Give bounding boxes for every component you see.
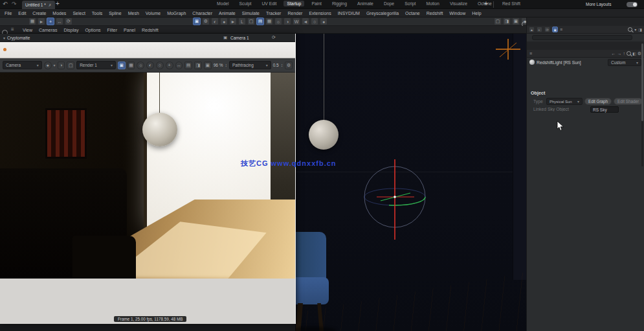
menu-spline[interactable]: Spline <box>105 11 124 16</box>
edit-shader-button[interactable]: Edit Shader <box>614 98 643 105</box>
menu-render[interactable]: Render <box>284 11 305 16</box>
circle-icon[interactable]: ○ <box>156 62 164 69</box>
plane-icon[interactable]: ▢ <box>247 17 255 25</box>
burger-icon[interactable]: ≡ <box>11 27 14 32</box>
close-tab-icon[interactable]: ✗ <box>49 3 52 7</box>
menu-help[interactable]: Help <box>469 11 484 16</box>
menu-volume[interactable]: Volume <box>142 11 164 16</box>
simulate-icon[interactable]: ◑ <box>283 17 291 25</box>
om-graph-icon[interactable]: ◨ <box>638 27 642 32</box>
viewport-menu-filter[interactable]: Filter <box>104 28 121 32</box>
om-history-icon[interactable]: ⟳ <box>544 27 550 32</box>
rotate-icon[interactable]: ⟳ <box>65 17 72 25</box>
menu-extensions[interactable]: Extensions <box>305 11 334 16</box>
split-window-icon[interactable]: ◨ <box>503 17 511 25</box>
layout-tab-animate[interactable]: Animate <box>354 1 377 6</box>
lock-icon[interactable]: ◑ <box>58 62 65 69</box>
viewport-menu-cameras[interactable]: Cameras <box>36 28 60 32</box>
new-document-tab-button[interactable]: + <box>56 0 60 7</box>
type-dropdown[interactable]: Physical Sun▾ <box>546 98 583 105</box>
viewport-menu-redshift[interactable]: Redshift <box>139 28 162 32</box>
layout-tab-red-shift[interactable]: Red Shift <box>499 1 524 6</box>
menu-window[interactable]: Window <box>446 11 469 16</box>
layout-tab-motion[interactable]: Motion <box>423 1 443 6</box>
sample-stepper-icon[interactable]: ↕ <box>281 63 283 67</box>
gear-icon[interactable]: ⚙ <box>285 62 293 69</box>
layout-tab-script[interactable]: Script <box>401 1 419 6</box>
menu-redshift[interactable]: Redshift <box>423 11 447 16</box>
sample-value[interactable]: 0.5 <box>273 63 279 67</box>
light-gizmo[interactable] <box>355 155 435 244</box>
menu-select[interactable]: Select <box>69 11 88 16</box>
menu-mesh[interactable]: Mesh <box>125 11 142 16</box>
menu-animate[interactable]: Animate <box>216 11 239 16</box>
menu-edit[interactable]: Edit <box>15 11 29 16</box>
screenshot-icon[interactable]: ▦ <box>28 17 36 25</box>
live-selection-icon[interactable]: ► <box>38 17 45 25</box>
layout-tab-rigging[interactable]: Rigging <box>329 1 350 6</box>
crop-icon[interactable]: ▢ <box>67 62 74 69</box>
render-settings-icon[interactable]: ⚙ <box>202 17 210 25</box>
kernel-dropdown[interactable]: Pathtracing▾ <box>229 61 271 69</box>
sphere-icon[interactable]: ● <box>220 17 228 25</box>
rw-render-dropdown[interactable]: Render 1▾ <box>76 61 116 69</box>
image-icon[interactable]: ▣ <box>118 62 126 69</box>
attr-burger-icon[interactable]: ≡ <box>529 51 532 56</box>
viewport-menu-options[interactable]: Options <box>82 28 104 32</box>
undo-icon[interactable]: ↶ <box>3 1 8 7</box>
layout-tab-sculpt[interactable]: Sculpt <box>236 1 255 6</box>
track-icon[interactable]: ◄ <box>302 17 309 25</box>
layout-tab-paint[interactable]: Paint <box>308 1 325 6</box>
menu-modes[interactable]: Modes <box>49 11 69 16</box>
menu-create[interactable]: Create <box>29 11 49 16</box>
menu-octane[interactable]: Octane <box>402 11 423 16</box>
snapshot-caret-icon[interactable]: ▾ <box>54 63 56 67</box>
field-icon[interactable]: ▦ <box>265 17 273 25</box>
grid-icon[interactable]: ▦ <box>128 62 135 69</box>
contrast-icon[interactable]: ◐ <box>146 62 154 69</box>
sync-icon[interactable]: ⟳ <box>272 35 276 40</box>
viewport-menu-panel[interactable]: Panel <box>120 28 139 32</box>
om-panel-icon[interactable]: ▣ <box>552 27 558 32</box>
edit-graph-button[interactable]: Edit Graph <box>584 98 612 105</box>
layout-tab-uv-edit[interactable]: UV Edit <box>258 1 280 6</box>
om-target-icon[interactable]: ◐ <box>537 27 542 32</box>
linked-sky-value[interactable]: RS Sky <box>590 106 619 113</box>
menu-mograph[interactable]: MoGraph <box>164 11 189 16</box>
redo-icon[interactable]: ↷ <box>12 1 17 7</box>
om-burger-icon[interactable]: ≡ <box>560 27 562 32</box>
render-window-titlebar[interactable] <box>0 42 295 58</box>
camera-chip[interactable]: Camera 1 <box>230 36 249 40</box>
layers-icon[interactable]: ◨ <box>194 62 202 69</box>
more-layouts-button[interactable]: More Layouts <box>586 2 611 6</box>
preset-dropdown[interactable]: Custom▾ <box>608 59 641 66</box>
attr-back-icon[interactable]: ← <box>612 51 616 56</box>
expand-icon[interactable]: ↔ <box>175 62 183 69</box>
stack-window-icon[interactable]: ▣ <box>512 17 520 25</box>
layout-window-icon[interactable]: ▢ <box>494 17 502 25</box>
layout-tab-dope[interactable]: Dope <box>381 1 397 6</box>
attr-search-icon[interactable] <box>627 51 631 56</box>
menu-character[interactable]: Character <box>189 11 216 16</box>
spline-icon[interactable]: L <box>238 17 246 25</box>
menu-file[interactable]: File <box>1 11 15 16</box>
zoom-level[interactable]: 96 % <box>214 63 223 67</box>
layout-tab-startup[interactable]: Startup <box>283 1 304 6</box>
viewport[interactable] <box>295 34 526 331</box>
sun-icon[interactable]: ☼ <box>137 62 144 69</box>
attr-up-icon[interactable]: ↑ <box>623 51 626 56</box>
character-icon[interactable]: W <box>293 17 300 25</box>
document-tab[interactable]: Untitled 1 * ✗ <box>22 1 55 9</box>
om-scrollbar[interactable] <box>641 43 643 166</box>
rw-camera-dropdown[interactable]: Camera▾ <box>3 61 42 69</box>
panel-icon[interactable]: ▤ <box>184 62 192 69</box>
menu-tools[interactable]: Tools <box>89 11 105 16</box>
copy-icon[interactable]: ▣ <box>204 62 212 69</box>
octane-icon[interactable]: ○ <box>311 17 318 25</box>
layout-tab-model[interactable]: Model <box>214 1 232 6</box>
layout-tab-visualize[interactable]: Visualize <box>447 1 471 6</box>
pick-icon[interactable]: + <box>166 62 173 69</box>
menu-tracker[interactable]: Tracker <box>263 11 284 16</box>
material-icon[interactable]: ◐ <box>211 17 219 25</box>
viewport-menu-display[interactable]: Display <box>60 28 82 32</box>
